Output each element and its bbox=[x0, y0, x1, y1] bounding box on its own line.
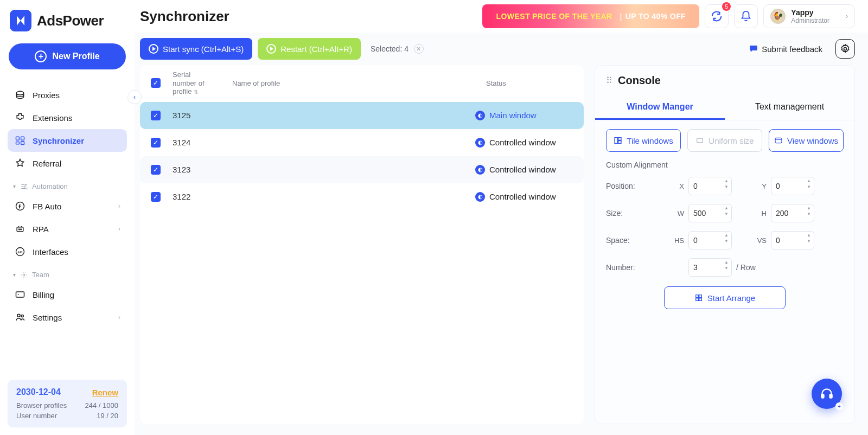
start-sync-button[interactable]: Start sync (Ctrl+Alt+S) bbox=[140, 38, 252, 60]
group-automation[interactable]: ▾ Automation bbox=[8, 175, 127, 195]
interfaces-icon: API bbox=[14, 246, 26, 258]
actions-bar: Start sync (Ctrl+Alt+S) Restart (Ctrl+Al… bbox=[135, 33, 868, 65]
renew-link[interactable]: Renew bbox=[92, 388, 118, 397]
space-hs-input[interactable]: 0▲▼ bbox=[688, 231, 732, 250]
sidebar-item-label: Settings bbox=[33, 313, 62, 322]
svg-rect-24 bbox=[695, 295, 698, 298]
step-down[interactable]: ▼ bbox=[724, 185, 729, 190]
sidebar-item-label: Billing bbox=[33, 290, 54, 299]
step-up[interactable]: ▲ bbox=[724, 233, 729, 239]
feedback-icon bbox=[749, 44, 758, 54]
plus-icon: + bbox=[35, 50, 47, 62]
sidebar-item-referral[interactable]: Referral bbox=[8, 152, 127, 175]
size-w-input[interactable]: 500▲▼ bbox=[688, 204, 732, 222]
col-name[interactable]: Name of profile bbox=[227, 79, 486, 87]
step-down[interactable]: ▼ bbox=[724, 266, 729, 272]
subscription-box: 2030-12-04 Renew Browser profiles 244 / … bbox=[8, 380, 127, 427]
table-row[interactable]: ✓ 3122 ◐Controlled window bbox=[140, 183, 584, 210]
new-profile-button[interactable]: + New Profile bbox=[9, 43, 126, 69]
svg-point-14 bbox=[23, 274, 25, 276]
row-status: Controlled window bbox=[489, 192, 556, 201]
select-all-checkbox[interactable]: ✓ bbox=[151, 78, 161, 88]
tab-window-manager[interactable]: Window Manger bbox=[595, 95, 725, 120]
window-icon: ◐ bbox=[475, 138, 485, 148]
space-vs-input[interactable]: 0▲▼ bbox=[771, 231, 814, 250]
settings-button[interactable] bbox=[835, 39, 855, 59]
svg-rect-20 bbox=[618, 138, 621, 140]
step-down[interactable]: ▼ bbox=[724, 212, 729, 218]
table-header: ✓ Serial number of profile ⇅ Name of pro… bbox=[140, 65, 584, 102]
tile-windows-button[interactable]: Tile windows bbox=[606, 129, 681, 152]
sidebar-item-interfaces[interactable]: API Interfaces bbox=[8, 240, 127, 263]
start-arrange-button[interactable]: Start Arrange bbox=[664, 286, 786, 309]
sidebar-item-proxies[interactable]: Proxies bbox=[8, 84, 127, 106]
feedback-label: Submit feedback bbox=[762, 44, 822, 54]
chevron-right-icon: › bbox=[118, 202, 120, 210]
svg-rect-25 bbox=[699, 295, 701, 298]
step-up[interactable]: ▲ bbox=[724, 260, 729, 266]
notifications-button[interactable] bbox=[734, 4, 758, 28]
sidebar-item-settings[interactable]: Settings › bbox=[8, 306, 127, 329]
row-checkbox[interactable]: ✓ bbox=[151, 138, 161, 148]
drag-handle-icon[interactable]: ⠿ bbox=[606, 75, 612, 86]
step-up[interactable]: ▲ bbox=[806, 206, 812, 212]
proxies-icon bbox=[14, 89, 26, 101]
user-menu[interactable]: 🐓 Yappy Administrator › bbox=[763, 4, 855, 28]
submit-feedback-link[interactable]: Submit feedback bbox=[749, 44, 822, 54]
svg-rect-3 bbox=[16, 142, 20, 144]
table-row[interactable]: ✓ 3124 ◐Controlled window bbox=[140, 129, 584, 156]
sidebar-item-extensions[interactable]: Extensions bbox=[8, 106, 127, 129]
table-row[interactable]: ✓ 3125 ◐Main window bbox=[140, 102, 584, 129]
number-input[interactable]: 3▲▼ bbox=[688, 258, 732, 277]
start-sync-label: Start sync (Ctrl+Alt+S) bbox=[163, 44, 244, 54]
col-status[interactable]: Status bbox=[486, 79, 573, 87]
restart-label: Restart (Ctrl+Alt+R) bbox=[280, 44, 352, 54]
step-down[interactable]: ▼ bbox=[806, 212, 812, 218]
size-h-input[interactable]: 200▲▼ bbox=[771, 204, 814, 222]
number-tail: / Row bbox=[736, 263, 756, 272]
settings-icon bbox=[14, 311, 26, 323]
svg-point-5 bbox=[25, 184, 26, 185]
group-team[interactable]: ▾ Team bbox=[8, 263, 127, 283]
step-down[interactable]: ▼ bbox=[806, 185, 812, 190]
row-checkbox[interactable]: ✓ bbox=[151, 165, 161, 175]
tab-text-management[interactable]: Text management bbox=[725, 95, 854, 120]
chat-fab-button[interactable]: + bbox=[812, 379, 842, 409]
col-serial[interactable]: Serial number of profile ⇅ bbox=[173, 71, 227, 96]
tile-icon bbox=[614, 136, 622, 145]
position-x-input[interactable]: 0▲▼ bbox=[688, 177, 732, 195]
uniform-size-button[interactable]: Uniform size bbox=[687, 129, 762, 152]
view-windows-button[interactable]: View windows bbox=[769, 129, 844, 152]
sync-icon-button[interactable]: 5 bbox=[705, 4, 729, 28]
gear-small-icon bbox=[20, 271, 28, 279]
svg-point-17 bbox=[21, 315, 23, 317]
profiles-label: Browser profiles bbox=[16, 401, 67, 410]
svg-point-16 bbox=[17, 314, 20, 317]
sidebar-item-label: Extensions bbox=[33, 113, 72, 123]
sidebar-item-billing[interactable]: Billing bbox=[8, 283, 127, 306]
step-up[interactable]: ▲ bbox=[724, 179, 729, 184]
view-label: View windows bbox=[787, 136, 838, 145]
chevron-right-icon: › bbox=[846, 12, 848, 20]
row-checkbox[interactable]: ✓ bbox=[151, 111, 161, 120]
table-row[interactable]: ✓ 3123 ◐Controlled window bbox=[140, 156, 584, 183]
row-serial: 3125 bbox=[173, 111, 227, 120]
step-up[interactable]: ▲ bbox=[806, 233, 812, 239]
step-down[interactable]: ▼ bbox=[806, 239, 812, 245]
clear-selection-button[interactable]: ✕ bbox=[414, 44, 424, 54]
size-label: Size: bbox=[606, 209, 671, 218]
sidebar-collapse-button[interactable]: ‹ bbox=[127, 90, 142, 104]
avatar-icon: 🐓 bbox=[770, 9, 786, 24]
promo-banner[interactable]: LOWEST PRICE OF THE YEAR | UP TO 40% OFF bbox=[482, 4, 699, 28]
svg-rect-23 bbox=[775, 138, 782, 143]
sidebar-item-rpa[interactable]: RPA › bbox=[8, 218, 127, 240]
step-down[interactable]: ▼ bbox=[724, 239, 729, 245]
group-label: Automation bbox=[32, 182, 68, 190]
step-up[interactable]: ▲ bbox=[806, 179, 812, 184]
step-up[interactable]: ▲ bbox=[724, 206, 729, 212]
restart-button[interactable]: Restart (Ctrl+Alt+R) bbox=[258, 38, 361, 60]
sidebar-item-fbauto[interactable]: FB Auto › bbox=[8, 195, 127, 218]
position-y-input[interactable]: 0▲▼ bbox=[771, 177, 814, 195]
sidebar-item-synchronizer[interactable]: Synchronizer bbox=[8, 129, 127, 152]
row-checkbox[interactable]: ✓ bbox=[151, 192, 161, 202]
